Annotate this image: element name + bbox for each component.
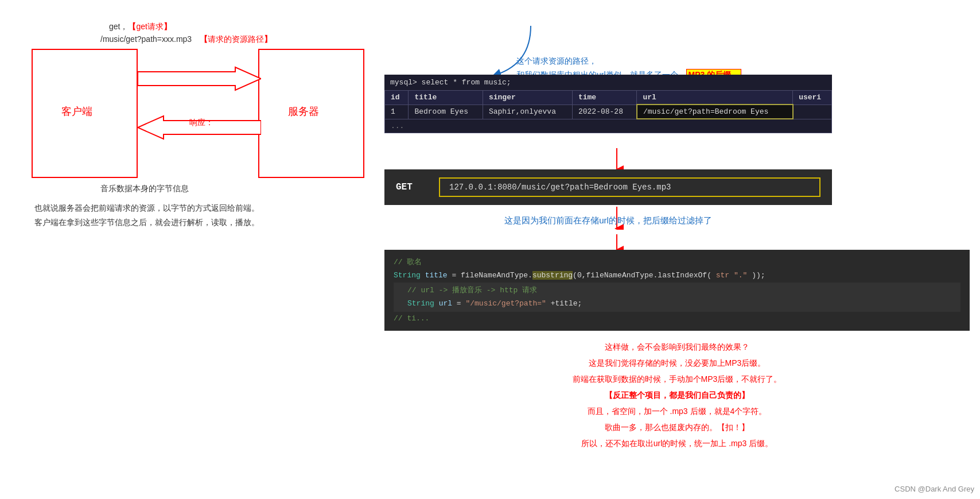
col-time: time — [572, 91, 636, 105]
mysql-table: id title singer time url useri 1 Bedroom… — [384, 90, 832, 133]
svg-marker-0 — [138, 67, 261, 90]
col-id: id — [385, 91, 409, 105]
code-comment1: // 歌名 — [394, 256, 960, 269]
byte-label: 音乐数据本身的字节信息 — [100, 184, 189, 194]
server-label: 服务器 — [288, 105, 319, 118]
csdn-watermark: CSDN @Dark And Grey — [895, 485, 974, 493]
filter-comment: 这是因为我们前面在存储url的时候，把后缀给过滤掉了 — [384, 215, 832, 226]
get-section: GET 127.0.0.1:8080/music/get?path=Bedroo… — [384, 169, 832, 205]
bottom-line6: 歌曲一多，那么也挺废内存的。【扣！】 — [384, 419, 970, 435]
client-box: 客户端 — [32, 49, 138, 178]
red-arrow-comment-to-code — [608, 234, 625, 252]
red-arrow-table-to-get — [608, 148, 625, 171]
bottom-line7: 所以，还不如在取出url的时候，统一加上 .mp3 后缀。 — [384, 435, 970, 451]
bottom-line3: 前端在获取到数据的时候，手动加个MP3后缀，不就行了。 — [384, 371, 970, 387]
code-indent-block: // url -> 播放音乐 -> http 请求 String url = "… — [394, 283, 960, 312]
code-line2: String url = "/music/get?path=" +title; — [407, 297, 960, 310]
mysql-section: mysql> select * from music; id title sin… — [384, 75, 832, 133]
col-singer: singer — [483, 91, 572, 105]
get-url-box: 127.0.0.1:8080/music/get?path=Bedroom Ey… — [439, 177, 820, 197]
code-comment2: // url -> 播放音乐 -> http 请求 — [407, 284, 960, 297]
left-diagram-area: get，【get请求】 /music/get?path=xxx.mp3 【请求的… — [0, 0, 390, 499]
bottom-line2: 这是我们觉得存储的时候，没必要加上MP3后缀。 — [384, 355, 970, 371]
code-line1: String title = fileNameAndType.substring… — [394, 269, 960, 282]
cell-time: 2022-08-28 — [572, 105, 636, 119]
get-label: get，【get请求】 — [109, 22, 172, 32]
code-comment3: // ti... — [394, 312, 960, 325]
cell-url: /music/get?path=Bedroom Eyes — [637, 105, 793, 119]
request-arrow — [138, 66, 261, 92]
client-label: 客户端 — [61, 105, 92, 118]
bottom-red-text: 这样做，会不会影响到我们最终的效果？ 这是我们觉得存储的时候，没必要加上MP3后… — [384, 339, 970, 451]
code-section: // 歌名 String title = fileNameAndType.sub… — [384, 250, 970, 331]
col-user: useri — [793, 91, 832, 105]
blue-note-line1: 这个请求资源的路径， — [516, 55, 741, 68]
right-area: 这个请求资源的路径， 和我们数据库中粗出的url类似，就是多了一个 MP3 的后… — [379, 0, 980, 499]
cell-user — [793, 105, 832, 119]
bottom-line1: 这样做，会不会影响到我们最终的效果？ — [384, 339, 970, 355]
path-label: /music/get?path=xxx.mp3 【请求的资源路径】 — [100, 34, 272, 45]
description: 也就说服务器会把前端请求的资源，以字节的方式返回给前端。 客户端在拿到这些字节信… — [34, 201, 259, 230]
server-box: 服务器 — [258, 49, 364, 178]
response-label: 响应： — [189, 118, 213, 128]
cell-id: 1 — [385, 105, 409, 119]
table-row-dots: ... — [385, 119, 832, 133]
get-method: GET — [396, 182, 427, 192]
col-url: url — [637, 91, 793, 105]
bottom-line5: 而且，省空间，加一个 .mp3 后缀，就是4个字符。 — [384, 403, 970, 419]
desc-line2: 客户端在拿到这些字节信息之后，就会进行解析，读取，播放。 — [34, 215, 259, 230]
cell-title: Bedroom Eyes — [409, 105, 483, 119]
bottom-line4: 【反正整个项目，都是我们自己负责的】 — [384, 387, 970, 403]
table-dots: ... — [385, 119, 832, 133]
blue-arrow — [485, 23, 536, 78]
table-row: 1 Bedroom Eyes Saphir,onlyevva 2022-08-2… — [385, 105, 832, 119]
desc-line1: 也就说服务器会把前端请求的资源，以字节的方式返回给前端。 — [34, 201, 259, 215]
col-title: title — [409, 91, 483, 105]
mysql-prompt: mysql> select * from music; — [384, 75, 832, 90]
cell-singer: Saphir,onlyevva — [483, 105, 572, 119]
